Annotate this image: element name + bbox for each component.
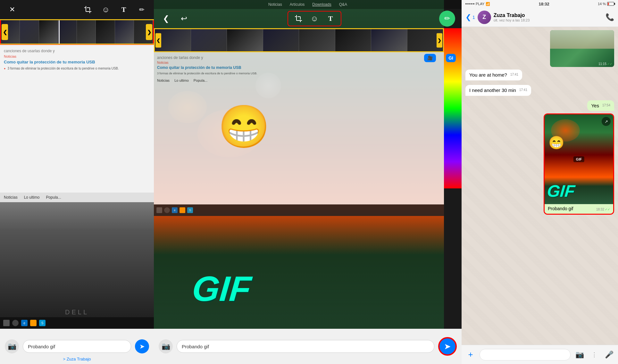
timeline-right-handle-p2[interactable]: ❯ <box>437 33 442 47</box>
crop-icon-p2[interactable] <box>293 13 304 24</box>
gif-preview: 😁 ↗ GIF GIF <box>545 114 613 204</box>
dot2 <box>467 3 469 4</box>
panel1-toolbar-icons: ☺ T ✏ <box>82 4 147 15</box>
frame-4 <box>58 20 77 44</box>
contact-info[interactable]: Zuza Trabajo últ. vez hoy a las 18:23 <box>494 12 603 22</box>
chat-header: ❮ 1 Z Zuza Trabajo últ. vez hoy a las 18… <box>462 8 618 27</box>
message-input[interactable]: Probando gif <box>23 340 131 353</box>
send-button[interactable]: ➤ <box>135 339 149 353</box>
dot3 <box>469 3 471 4</box>
edit-fab-button[interactable]: ✏ <box>439 11 455 27</box>
emoji-in-gif: 😁 <box>548 135 564 150</box>
carrier-name: PLAY <box>476 2 484 6</box>
panel2-left-icons: ❮ ↩ <box>160 13 190 24</box>
contact-avatar: Z <box>478 11 491 24</box>
phone-call-button[interactable]: 📞 <box>605 13 614 21</box>
webpage-nav: Noticias Lo ultimo Popula... <box>0 193 154 202</box>
incoming-text-1: You are at home? <box>469 72 507 78</box>
incoming-text-2: I need another 30 min <box>469 87 516 93</box>
taskbar-skype: S <box>39 320 46 326</box>
mic-button[interactable]: 🎤 <box>603 349 615 360</box>
camera-button[interactable]: 📷 <box>5 339 19 353</box>
incoming-time-1: 17:41 <box>510 73 518 76</box>
crop-icon[interactable] <box>82 4 94 15</box>
chat-messages-area[interactable]: 11:15 ✓✓ You are at home? 17:41 I need a… <box>462 27 618 345</box>
panel2-camera-btn[interactable]: 📷 <box>159 339 173 353</box>
timeline-strip[interactable]: ❮ ❯ <box>0 19 154 45</box>
image-top-portion <box>550 30 614 49</box>
gif-caption-row: Probando gif 18:32 ✓✓ <box>548 206 610 211</box>
tab-downloads[interactable]: Downloads <box>312 2 331 7</box>
incoming-time-2: 17:41 <box>519 88 527 92</box>
signal-area: PLAY 📶 <box>465 2 490 6</box>
dot4 <box>471 3 472 4</box>
emoji-overlay: 😁 <box>218 103 270 151</box>
back-badge: 1 <box>472 15 475 20</box>
status-time: 18:32 <box>539 2 549 6</box>
color-picker[interactable] <box>444 28 462 188</box>
tab-noticias[interactable]: Noticias <box>268 2 282 7</box>
panel2-gif-label[interactable]: GI <box>446 54 456 62</box>
screen-content: canciones de usarlas donde y Noticias Co… <box>0 45 154 329</box>
panel2-message-input[interactable]: Probando gif <box>177 340 434 353</box>
incoming-msg-1: You are at home? 17:41 <box>465 70 614 82</box>
chat-bottom-bar: + 📷 ⋮ 🎤 <box>462 345 618 364</box>
outgoing-image: 11:15 ✓✓ <box>550 30 614 67</box>
panel2-timeline[interactable]: ❮ ❯ <box>154 28 444 52</box>
image-checks: ✓✓ <box>607 62 612 66</box>
p2-article-title: Como quitar la protección de tu memoria … <box>157 65 441 70</box>
chat-camera-button[interactable]: 📷 <box>574 349 585 360</box>
chat-text-input[interactable] <box>480 349 571 360</box>
timeline-left-handle-p2[interactable]: ❮ <box>155 33 161 47</box>
timeline-handle-right[interactable]: ❯ <box>146 24 152 40</box>
timeline-top-border <box>0 19 154 20</box>
text-icon-p2[interactable]: T <box>325 13 336 24</box>
nav-lo-ultimo: Lo ultimo <box>24 195 40 200</box>
undo-icon[interactable]: ↩ <box>178 13 190 24</box>
pen-icon[interactable]: ✏ <box>136 4 147 15</box>
more-options-button[interactable]: ⋮ <box>589 349 600 360</box>
nav-noticias: Noticias <box>4 195 18 200</box>
share-icon-gif[interactable]: ↗ <box>602 117 611 126</box>
dell-brand: DELL <box>65 309 89 316</box>
recipient-label: > Zuza Trabajo <box>63 357 91 361</box>
plus-button[interactable]: + <box>465 349 476 360</box>
emoji-icon-p2[interactable]: ☺ <box>309 13 320 24</box>
panel3-whatsapp-chat: PLAY 📶 18:32 14 % ❮ 1 Z Zuza Trabajo últ… <box>462 0 618 364</box>
timeline-frames-p2 <box>155 29 443 51</box>
image-timestamp: 11:15 <box>598 62 606 66</box>
taskbar-icon-2 <box>12 320 19 326</box>
yes-bubble: Yes 17:54 <box>587 100 614 111</box>
frame-6 <box>96 20 115 44</box>
outgoing-gif-msg: 😁 ↗ GIF GIF Probando gif 18:32 ✓✓ <box>465 113 614 215</box>
text-icon[interactable]: T <box>118 4 129 15</box>
timeline-frames <box>1 20 153 44</box>
panel1-toolbar: ✕ ☺ T ✏ <box>0 0 154 19</box>
p2-nav3: Popula... <box>194 79 207 82</box>
emoji-icon[interactable]: ☺ <box>100 4 112 15</box>
frame-7 <box>115 20 134 44</box>
panel2-video-btn[interactable]: 🎥 <box>424 54 436 62</box>
back-button[interactable]: ❮ <box>160 13 172 24</box>
signal-dots <box>465 3 474 4</box>
tab-qa[interactable]: Q&A <box>339 2 347 7</box>
gif-checks: ✓✓ <box>605 208 610 211</box>
panel2-toolbar: ❮ ↩ ☺ T ✏ <box>154 9 462 28</box>
p2-nav1: Noticias <box>157 79 170 82</box>
contact-name: Zuza Trabajo <box>494 12 603 18</box>
gif-badge: GIF <box>573 156 584 162</box>
timeline-inner: ❮ ❯ <box>1 20 153 44</box>
close-button[interactable]: ✕ <box>6 4 18 15</box>
tab-articulos[interactable]: Artículos <box>290 2 305 7</box>
back-button-chat[interactable]: ❮ <box>465 13 471 21</box>
timeline-scrubber[interactable] <box>59 20 60 44</box>
taskbar-ie: e <box>21 320 28 326</box>
timeline-handle-left[interactable]: ❮ <box>2 24 8 40</box>
wifi-icon: 📶 <box>486 2 490 6</box>
panel2-send-button[interactable]: ➤ <box>438 337 457 356</box>
panel2-gif-editor: Noticias Artículos Downloads Q&A ❮ ↩ ☺ T… <box>154 0 462 364</box>
p2-nav2: Lo ultimo <box>174 79 189 82</box>
battery-icon <box>607 2 614 6</box>
p2-taskbar: e S <box>154 204 444 216</box>
article-title: Como quitar la protección de tu memoria … <box>4 60 150 65</box>
